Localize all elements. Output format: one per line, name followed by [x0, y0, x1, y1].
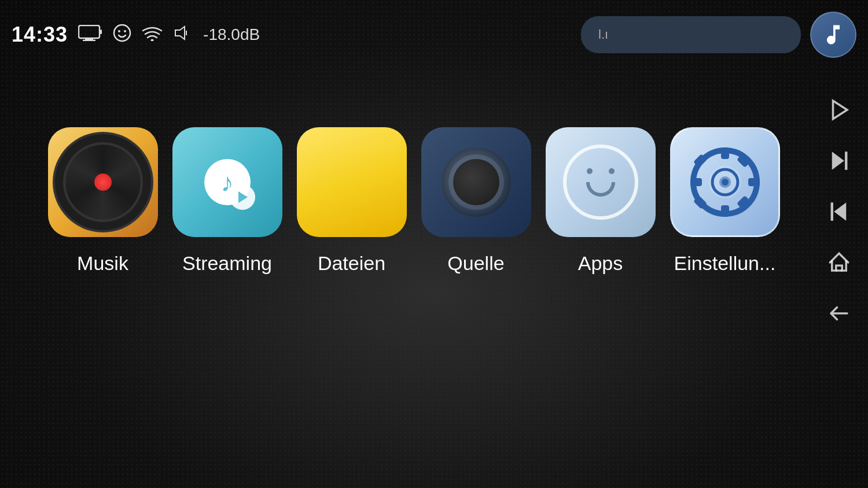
play-button[interactable] — [822, 93, 856, 127]
svg-rect-19 — [690, 178, 702, 186]
vinyl-center — [94, 173, 112, 191]
app-apps-icon — [546, 127, 656, 237]
volume-value: -18.0dB — [203, 25, 260, 44]
svg-rect-3 — [100, 29, 102, 34]
quelle-oval-inner — [453, 159, 499, 205]
app-apps-icon-wrapper — [546, 127, 656, 237]
smiley-face — [563, 145, 638, 220]
svg-point-4 — [114, 25, 130, 41]
app-quelle[interactable]: Quelle — [421, 127, 531, 275]
app-streaming-icon — [172, 127, 282, 237]
svg-point-6 — [124, 30, 126, 32]
svg-rect-20 — [748, 178, 760, 186]
app-quelle-icon-wrapper — [421, 127, 531, 237]
next-button[interactable] — [822, 143, 856, 178]
clock: 14:33 — [12, 23, 68, 47]
music-button[interactable] — [810, 12, 856, 58]
status-bar: 14:33 — [0, 0, 868, 69]
smiley-mouth — [586, 182, 615, 197]
app-musik[interactable]: Musik — [48, 127, 158, 275]
svg-marker-10 — [833, 101, 848, 119]
app-musik-icon-wrapper — [48, 127, 158, 237]
back-button[interactable] — [822, 296, 856, 331]
app-streaming[interactable]: Streaming — [172, 127, 282, 275]
right-controls — [822, 93, 856, 331]
search-text: l.ı — [598, 27, 608, 42]
vinyl-record — [65, 145, 141, 220]
streaming-play-triangle — [238, 191, 248, 203]
volume-icon — [173, 25, 193, 45]
smiley-eye-left — [587, 168, 593, 174]
app-quelle-icon — [421, 127, 531, 237]
app-apps[interactable]: Apps — [546, 127, 656, 275]
svg-point-28 — [722, 179, 729, 186]
svg-point-5 — [118, 30, 120, 32]
search-bar[interactable]: l.ı — [581, 16, 801, 53]
app-streaming-icon-wrapper — [172, 127, 282, 237]
app-einstellungen-icon — [670, 127, 780, 237]
svg-point-7 — [151, 39, 154, 41]
home-button[interactable] — [822, 245, 856, 280]
streaming-inner — [204, 159, 251, 205]
app-grid: Musik Streaming Dateien — [29, 127, 799, 275]
app-dateien[interactable]: Dateien — [297, 127, 407, 275]
face-icon — [113, 24, 131, 46]
wifi-icon — [142, 25, 163, 45]
svg-rect-0 — [79, 25, 100, 38]
status-left: 14:33 — [12, 23, 260, 47]
smiley-eyes — [587, 168, 615, 174]
app-einstellungen[interactable]: Einstellun... — [670, 127, 780, 275]
app-einstellungen-icon-wrapper — [670, 127, 780, 237]
svg-marker-8 — [175, 27, 185, 39]
gear-icon — [687, 145, 763, 220]
app-dateien-icon — [297, 127, 407, 237]
svg-rect-17 — [721, 147, 729, 159]
svg-marker-13 — [834, 202, 846, 221]
quelle-oval — [442, 147, 511, 217]
svg-marker-11 — [832, 151, 844, 170]
svg-rect-18 — [721, 205, 729, 217]
app-musik-icon — [48, 127, 158, 237]
smiley-eye-right — [609, 168, 615, 174]
screen-icon — [78, 25, 102, 45]
app-dateien-icon-wrapper — [297, 127, 407, 237]
streaming-play-badge — [230, 184, 255, 210]
status-right: l.ı — [581, 12, 856, 58]
prev-button[interactable] — [822, 194, 856, 229]
